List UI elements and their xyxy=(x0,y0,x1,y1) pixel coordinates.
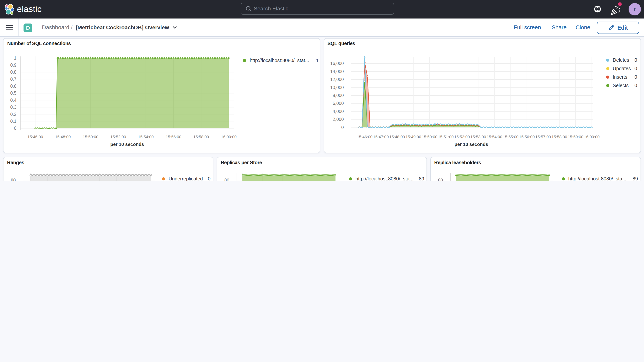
svg-text:14,000: 14,000 xyxy=(330,69,344,74)
svg-text:6,000: 6,000 xyxy=(332,101,344,106)
svg-text:15:50:00: 15:50:00 xyxy=(422,134,437,139)
svg-text:0: 0 xyxy=(14,126,16,131)
svg-text:0.1: 0.1 xyxy=(10,119,16,124)
svg-text:80: 80 xyxy=(11,178,16,181)
svg-text:0.9: 0.9 xyxy=(10,62,16,68)
svg-text:15:58:00: 15:58:00 xyxy=(551,134,567,139)
svg-text:15:51:00: 15:51:00 xyxy=(438,134,454,139)
svg-text:1: 1 xyxy=(14,56,16,60)
svg-text:per 10 seconds: per 10 seconds xyxy=(110,142,144,147)
svg-text:15:59:00: 15:59:00 xyxy=(568,134,583,139)
svg-text:12,000: 12,000 xyxy=(330,77,344,82)
svg-text:2,000: 2,000 xyxy=(332,117,344,122)
svg-text:4,000: 4,000 xyxy=(332,109,344,114)
svg-text:15:52:00: 15:52:00 xyxy=(454,134,470,139)
svg-text:0.3: 0.3 xyxy=(10,105,16,110)
svg-text:15:52:00: 15:52:00 xyxy=(110,134,126,139)
svg-text:15:48:00: 15:48:00 xyxy=(389,134,405,139)
svg-text:15:46:00: 15:46:00 xyxy=(28,134,43,139)
svg-text:0: 0 xyxy=(341,125,344,130)
svg-text:15:58:00: 15:58:00 xyxy=(194,134,209,139)
svg-text:15:57:00: 15:57:00 xyxy=(535,134,551,139)
svg-text:15:54:00: 15:54:00 xyxy=(486,134,502,139)
svg-text:16:00:00: 16:00:00 xyxy=(221,134,237,139)
svg-text:15:54:00: 15:54:00 xyxy=(138,134,154,139)
svg-text:0.8: 0.8 xyxy=(10,70,16,74)
svg-text:15:46:00: 15:46:00 xyxy=(357,134,372,139)
svg-text:15:48:00: 15:48:00 xyxy=(55,134,71,139)
svg-text:80: 80 xyxy=(438,178,443,181)
svg-text:0.5: 0.5 xyxy=(10,90,16,96)
svg-text:16,000: 16,000 xyxy=(330,61,344,66)
svg-text:per 10 seconds: per 10 seconds xyxy=(454,142,488,147)
svg-text:15:53:00: 15:53:00 xyxy=(470,134,486,139)
svg-text:15:49:00: 15:49:00 xyxy=(405,134,421,139)
svg-text:15:47:00: 15:47:00 xyxy=(373,134,388,139)
svg-text:15:50:00: 15:50:00 xyxy=(83,134,98,139)
svg-text:80: 80 xyxy=(224,178,230,181)
svg-text:10,000: 10,000 xyxy=(330,85,344,90)
svg-text:16:00:00: 16:00:00 xyxy=(584,134,600,139)
svg-text:15:56:00: 15:56:00 xyxy=(519,134,534,139)
svg-text:0.4: 0.4 xyxy=(10,98,16,102)
svg-text:0.2: 0.2 xyxy=(10,112,16,116)
svg-text:0.6: 0.6 xyxy=(10,84,16,89)
svg-text:15:55:00: 15:55:00 xyxy=(503,134,518,139)
svg-text:15:56:00: 15:56:00 xyxy=(166,134,182,139)
svg-text:0.7: 0.7 xyxy=(10,76,16,82)
svg-text:8,000: 8,000 xyxy=(332,93,344,98)
